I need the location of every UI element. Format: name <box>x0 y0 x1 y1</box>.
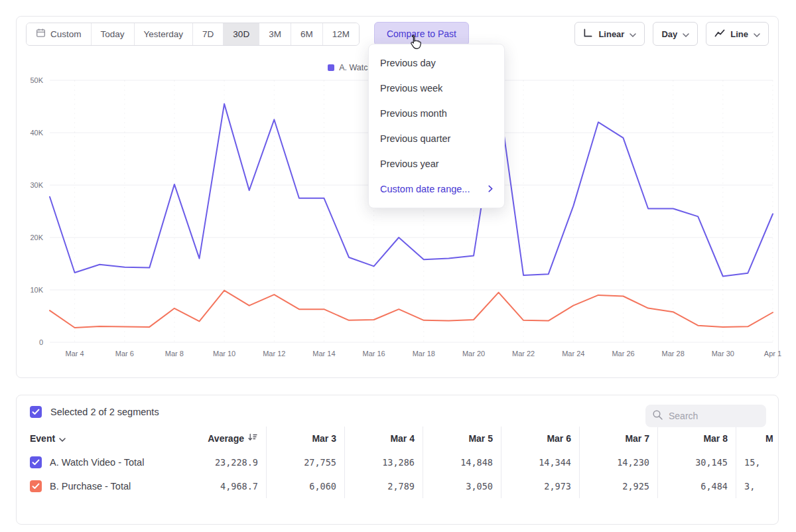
column-header-date: Mar 8 <box>657 427 736 450</box>
compare-dropdown-menu: Previous day Previous week Previous mont… <box>368 44 505 208</box>
date-range-30d[interactable]: 30D <box>224 23 259 45</box>
cell-value: 14,344 <box>501 450 579 474</box>
x-axis-label: Mar 8 <box>165 350 184 358</box>
column-header-average[interactable]: Average <box>186 427 266 450</box>
x-axis-label: Apr 1 <box>764 350 781 358</box>
cell-average: 4,968.7 <box>186 474 266 498</box>
cell-value: 6,484 <box>657 474 736 498</box>
chevron-down-icon <box>630 29 636 39</box>
date-range-3m[interactable]: 3M <box>259 23 291 45</box>
date-range-6m[interactable]: 6M <box>291 23 323 45</box>
menu-item-previous-day[interactable]: Previous day <box>369 50 504 76</box>
cell-value: 14,848 <box>423 450 501 474</box>
y-axis-label: 10K <box>30 286 43 294</box>
series-line-1[interactable] <box>50 291 773 328</box>
chart-type-dropdown[interactable]: Line <box>706 22 769 46</box>
menu-item-previous-week[interactable]: Previous week <box>369 76 504 101</box>
column-header-date-clipped: M <box>736 427 779 450</box>
chart-toolbar: Custom Today Yesterday 7D 30D 3M 6M 12M … <box>26 22 769 46</box>
x-axis-label: Mar 18 <box>413 350 435 358</box>
axis-icon <box>583 29 593 40</box>
date-range-7d[interactable]: 7D <box>193 23 224 45</box>
menu-item-previous-month[interactable]: Previous month <box>369 101 504 126</box>
row-label: A. Watch Video - Total <box>50 457 144 468</box>
compare-to-past-button[interactable]: Compare to Past <box>374 22 469 46</box>
x-axis-label: Mar 4 <box>66 350 84 358</box>
date-range-control: Custom Today Yesterday 7D 30D 3M 6M 12M <box>26 23 360 46</box>
y-axis-label: 20K <box>30 233 43 241</box>
cell-value-clipped: 3, <box>736 474 779 498</box>
x-axis-label: Mar 12 <box>263 350 285 358</box>
chevron-right-icon <box>488 184 493 194</box>
cell-average: 23,228.9 <box>186 450 266 474</box>
date-range-label: Custom <box>50 29 82 39</box>
column-header-date: Mar 3 <box>266 427 344 450</box>
x-axis-label: Mar 20 <box>462 350 485 358</box>
line-chart-icon <box>714 29 725 39</box>
sort-icon <box>248 433 258 444</box>
y-axis-label: 50K <box>30 76 43 84</box>
x-axis-label: Mar 14 <box>312 350 335 358</box>
menu-item-previous-quarter[interactable]: Previous quarter <box>369 126 504 151</box>
search-input[interactable] <box>669 411 760 421</box>
column-header-date: Mar 7 <box>579 427 657 450</box>
column-header-date: Mar 6 <box>501 427 579 450</box>
segments-summary: Selected 2 of 2 segments <box>50 407 159 417</box>
y-axis-label: 0 <box>39 338 43 346</box>
menu-item-custom-date-range[interactable]: Custom date range... <box>369 176 504 202</box>
select-all-checkbox[interactable] <box>30 406 42 418</box>
cell-value: 6,060 <box>266 474 344 498</box>
cell-value: 14,230 <box>579 450 657 474</box>
chart-view-controls: Linear Day Line <box>574 22 769 46</box>
chevron-down-icon <box>683 29 689 39</box>
cell-value: 2,789 <box>344 474 423 498</box>
x-axis-label: Mar 28 <box>662 350 685 358</box>
legend-swatch-a <box>328 64 334 71</box>
x-axis-label: Mar 16 <box>362 350 385 358</box>
chevron-down-icon <box>754 29 760 39</box>
x-axis-label: Mar 24 <box>562 350 584 358</box>
row-checkbox-purchase[interactable] <box>30 480 42 492</box>
table-row-watch-video[interactable]: A. Watch Video - Total <box>17 450 186 474</box>
cell-value: 27,755 <box>266 450 344 474</box>
segments-table: Event Average Mar 3 Mar 4 Mar 5 Mar 6 Ma… <box>17 427 778 498</box>
cell-value: 2,973 <box>501 474 579 498</box>
granularity-dropdown[interactable]: Day <box>653 22 698 46</box>
y-axis-label: 30K <box>30 181 43 189</box>
cell-value-clipped: 15, <box>736 450 779 474</box>
x-axis-label: Mar 26 <box>612 350 634 358</box>
date-range-yesterday[interactable]: Yesterday <box>135 23 194 45</box>
x-axis-label: Mar 10 <box>213 350 235 358</box>
cell-value: 30,145 <box>657 450 736 474</box>
cell-value: 13,286 <box>344 450 423 474</box>
calendar-icon <box>36 28 46 40</box>
chevron-down-icon <box>59 433 66 444</box>
search-box <box>645 405 766 427</box>
table-row-purchase[interactable]: B. Purchase - Total <box>17 474 186 498</box>
chart-scale-dropdown[interactable]: Linear <box>574 22 645 46</box>
date-range-custom[interactable]: Custom <box>27 23 92 45</box>
column-header-event[interactable]: Event <box>17 427 186 450</box>
x-axis-label: Mar 22 <box>512 350 535 358</box>
y-axis-label: 40K <box>30 129 43 137</box>
column-header-date: Mar 4 <box>344 427 423 450</box>
x-axis-label: Mar 30 <box>712 350 734 358</box>
menu-item-previous-year[interactable]: Previous year <box>369 151 504 176</box>
search-icon <box>652 409 663 423</box>
date-range-today[interactable]: Today <box>92 23 135 45</box>
cell-value: 3,050 <box>423 474 501 498</box>
x-axis-label: Mar 6 <box>115 350 134 358</box>
analytics-page: Custom Today Yesterday 7D 30D 3M 6M 12M … <box>0 0 796 532</box>
cell-value: 2,925 <box>579 474 657 498</box>
segments-card: Selected 2 of 2 segments Event Average M… <box>16 395 779 525</box>
row-label: B. Purchase - Total <box>50 481 131 492</box>
date-range-12m[interactable]: 12M <box>323 23 359 45</box>
row-checkbox-watch-video[interactable] <box>30 456 42 468</box>
column-header-date: Mar 5 <box>423 427 501 450</box>
